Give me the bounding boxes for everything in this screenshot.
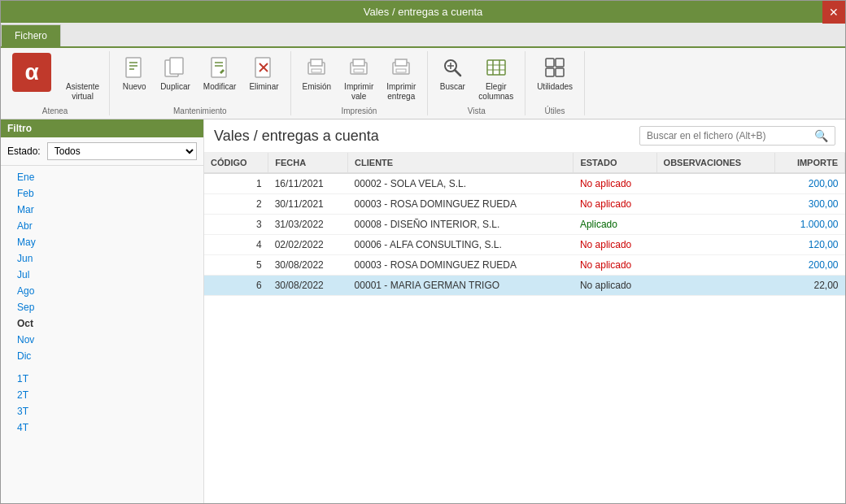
estado-row: Estado: Todos Aplicado No aplicado <box>1 137 203 166</box>
cell-estado: No aplicado <box>573 276 656 296</box>
cell-fecha: 02/02/2022 <box>268 235 348 255</box>
month-jul[interactable]: Jul <box>1 267 203 283</box>
cell-fecha: 31/03/2022 <box>268 215 348 235</box>
cell-importe: 300,00 <box>774 194 844 215</box>
imprimir-vale-button[interactable]: Imprimirvale <box>339 51 378 105</box>
nuevo-icon <box>121 54 147 80</box>
month-feb[interactable]: Feb <box>1 185 203 202</box>
eliminar-button[interactable]: Eliminar <box>244 51 283 95</box>
svg-line-22 <box>455 70 460 76</box>
close-button[interactable]: ✕ <box>822 1 845 24</box>
cell-importe: 120,00 <box>774 235 844 255</box>
duplicar-button[interactable]: Duplicar <box>155 51 195 95</box>
main-content: Filtro Estado: Todos Aplicado No aplicad… <box>1 119 845 504</box>
ribbon-group-vista: Buscar Elegircolumnas Vista <box>428 51 525 115</box>
utilidades-icon <box>542 54 568 80</box>
eliminar-icon <box>251 54 277 80</box>
search-icon: 🔍 <box>814 129 828 142</box>
search-input[interactable] <box>647 130 809 141</box>
svg-rect-13 <box>311 59 322 66</box>
emision-button[interactable]: Emisión <box>298 51 337 95</box>
imprimir-entrega-icon <box>388 54 414 80</box>
month-may[interactable]: May <box>1 234 203 250</box>
nuevo-label: Nuevo <box>123 82 146 92</box>
svg-rect-17 <box>354 69 364 72</box>
quarter-2t[interactable]: 2T <box>1 387 203 403</box>
ribbon-group-atenea: α Asistentevirtual Atenea <box>1 51 110 115</box>
panel-title-bar: Vales / entregas a cuenta 🔍 <box>204 119 845 153</box>
atenea-group-label: Atenea <box>42 105 68 115</box>
month-dic[interactable]: Dic <box>1 348 203 364</box>
search-box[interactable]: 🔍 <box>639 126 835 146</box>
modificar-label: Modificar <box>203 82 237 92</box>
quarter-1t[interactable]: 1T <box>1 371 203 387</box>
right-panel: Vales / entregas a cuenta 🔍 CÓDIGO FECHA… <box>204 119 845 504</box>
modificar-icon <box>207 54 233 80</box>
svg-rect-16 <box>353 59 364 66</box>
imprimir-entrega-button[interactable]: Imprimirentrega <box>382 51 421 105</box>
table-row[interactable]: 5 30/08/2022 00003 - ROSA DOMINGUEZ RUED… <box>204 255 845 276</box>
table-row[interactable]: 6 30/08/2022 00001 - MARIA GERMAN TRIGO … <box>204 276 845 296</box>
month-sep[interactable]: Sep <box>1 299 203 315</box>
quarter-3t[interactable]: 3T <box>1 403 203 419</box>
cell-observaciones <box>656 235 774 255</box>
cell-cliente: 00003 - ROSA DOMINGUEZ RUEDA <box>348 255 573 276</box>
month-ago[interactable]: Ago <box>1 283 203 299</box>
alpha-icon: α <box>12 53 51 92</box>
emision-label: Emisión <box>303 82 332 92</box>
elegir-columnas-icon <box>483 54 509 80</box>
cell-observaciones <box>656 215 774 235</box>
cell-fecha: 30/11/2021 <box>268 194 348 215</box>
svg-rect-30 <box>546 59 554 67</box>
month-abr[interactable]: Abr <box>1 218 203 234</box>
buscar-button[interactable]: Buscar <box>434 51 470 95</box>
cell-codigo: 4 <box>204 235 268 255</box>
impresion-label: Impresión <box>341 105 377 115</box>
sidebar: Filtro Estado: Todos Aplicado No aplicad… <box>1 119 204 504</box>
panel-title: Vales / entregas a cuenta <box>214 128 379 145</box>
cell-fecha: 30/08/2022 <box>268 276 348 296</box>
emision-icon <box>303 54 329 80</box>
svg-rect-19 <box>395 59 407 66</box>
cell-codigo: 3 <box>204 215 268 235</box>
cell-observaciones <box>656 255 774 276</box>
cell-importe: 22,00 <box>774 276 844 296</box>
nuevo-button[interactable]: Nuevo <box>116 51 152 95</box>
month-oct[interactable]: Oct <box>1 315 203 332</box>
svg-rect-25 <box>487 60 505 75</box>
asistente-label: Asistentevirtual <box>66 82 99 102</box>
cell-fecha: 16/11/2021 <box>268 173 348 194</box>
cell-estado: No aplicado <box>573 173 656 194</box>
modificar-button[interactable]: Modificar <box>198 51 242 95</box>
cell-cliente: 00008 - DISEÑO INTERIOR, S.L. <box>348 215 573 235</box>
table-row[interactable]: 1 16/11/2021 00002 - SOLA VELA, S.L. No … <box>204 173 845 194</box>
svg-rect-32 <box>546 68 554 76</box>
table-row[interactable]: 2 30/11/2021 00003 - ROSA DOMINGUEZ RUED… <box>204 194 845 215</box>
month-list: Ene Feb Mar Abr May Jun Jul Ago Sep Oct … <box>1 166 203 439</box>
duplicar-icon <box>162 54 188 80</box>
svg-rect-6 <box>212 58 226 77</box>
ribbon-group-utiles: Utilidades Útiles <box>525 51 585 115</box>
table-row[interactable]: 4 02/02/2022 00006 - ALFA CONSULTING, S.… <box>204 235 845 255</box>
cell-observaciones <box>656 173 774 194</box>
col-estado: ESTADO <box>573 153 656 173</box>
elegir-columnas-button[interactable]: Elegircolumnas <box>473 51 518 105</box>
quarter-4t[interactable]: 4T <box>1 419 203 436</box>
month-mar[interactable]: Mar <box>1 202 203 218</box>
records-table: CÓDIGO FECHA CLIENTE ESTADO OBSERVACIONE… <box>204 153 845 296</box>
svg-rect-31 <box>556 59 564 67</box>
asistente-virtual-button[interactable]: Asistentevirtual <box>61 51 104 105</box>
cell-estado: No aplicado <box>573 235 656 255</box>
svg-rect-5 <box>170 58 183 74</box>
tab-fichero[interactable]: Fichero <box>1 24 61 46</box>
estado-select[interactable]: Todos Aplicado No aplicado <box>47 142 197 160</box>
month-ene[interactable]: Ene <box>1 169 203 185</box>
table-row[interactable]: 3 31/03/2022 00008 - DISEÑO INTERIOR, S.… <box>204 215 845 235</box>
utiles-label: Útiles <box>545 105 565 115</box>
cell-codigo: 5 <box>204 255 268 276</box>
cell-estado: Aplicado <box>573 215 656 235</box>
utilidades-button[interactable]: Utilidades <box>532 51 578 95</box>
imprimir-entrega-label: Imprimirentrega <box>386 82 416 102</box>
month-nov[interactable]: Nov <box>1 332 203 348</box>
month-jun[interactable]: Jun <box>1 250 203 267</box>
